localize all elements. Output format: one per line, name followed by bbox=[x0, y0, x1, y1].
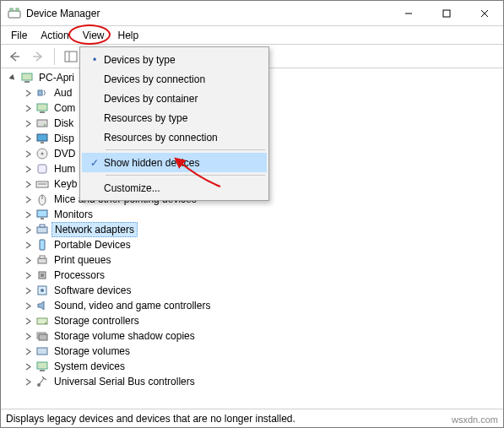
expander-icon[interactable] bbox=[23, 255, 33, 265]
menu-file[interactable]: File bbox=[4, 28, 34, 43]
expander-icon[interactable] bbox=[23, 316, 33, 326]
expander-icon[interactable] bbox=[23, 361, 33, 371]
svg-rect-44 bbox=[37, 348, 47, 355]
menu-item-label: Devices by type bbox=[104, 54, 176, 66]
close-button[interactable] bbox=[465, 1, 503, 25]
svg-rect-32 bbox=[40, 225, 45, 227]
svg-point-23 bbox=[41, 153, 44, 155]
dvd-icon bbox=[35, 147, 49, 160]
expander-icon[interactable] bbox=[23, 285, 33, 295]
tree-node[interactable]: Print queues bbox=[23, 252, 503, 268]
svg-rect-24 bbox=[38, 165, 46, 173]
menu-item[interactable]: •Devices by type bbox=[82, 50, 267, 69]
svg-rect-17 bbox=[40, 111, 45, 113]
expander-icon[interactable] bbox=[23, 194, 33, 204]
keyboard-icon bbox=[35, 177, 49, 191]
svg-rect-33 bbox=[40, 240, 45, 250]
menu-separator bbox=[106, 149, 265, 150]
computer-icon bbox=[20, 71, 34, 84]
menu-item-label: Devices by connection bbox=[104, 73, 205, 85]
menu-item[interactable]: Devices by connection bbox=[82, 69, 267, 89]
expander-icon[interactable] bbox=[23, 331, 33, 341]
svg-rect-35 bbox=[40, 256, 45, 258]
svg-rect-37 bbox=[41, 274, 44, 277]
svg-rect-21 bbox=[41, 142, 44, 144]
expander-icon[interactable] bbox=[23, 179, 33, 189]
tree-node-label: Sound, video and game controllers bbox=[51, 299, 213, 312]
toolbar-divider bbox=[54, 48, 55, 65]
storage-icon bbox=[35, 314, 49, 328]
app-icon bbox=[8, 7, 21, 20]
tree-node-label: Disk bbox=[51, 116, 76, 130]
expander-icon[interactable] bbox=[23, 301, 33, 311]
tree-node[interactable]: Processors bbox=[23, 268, 503, 283]
expander-icon[interactable] bbox=[23, 88, 33, 98]
software-icon bbox=[35, 284, 49, 297]
menu-item-label: Resources by type bbox=[104, 112, 187, 124]
tree-root-label: PC-Apri bbox=[36, 71, 77, 84]
network-icon bbox=[35, 223, 49, 236]
tree-node[interactable]: Monitors bbox=[23, 207, 503, 222]
menu-item[interactable]: Customize... bbox=[82, 178, 267, 198]
tree-node-label: Processors bbox=[51, 268, 107, 282]
tree-node-label: Com bbox=[51, 101, 78, 115]
svg-rect-29 bbox=[37, 210, 47, 217]
menu-item[interactable]: ✓Show hidden devices bbox=[82, 153, 267, 172]
minimize-button[interactable] bbox=[389, 1, 427, 25]
expander-icon[interactable] bbox=[23, 240, 33, 250]
expander-icon[interactable] bbox=[23, 149, 33, 159]
expander-icon[interactable] bbox=[23, 209, 33, 219]
menu-item[interactable]: Resources by type bbox=[82, 108, 267, 127]
forward-button[interactable] bbox=[28, 46, 48, 67]
computer-icon bbox=[35, 101, 49, 115]
audio-icon bbox=[35, 86, 49, 100]
svg-rect-16 bbox=[37, 104, 47, 111]
svg-rect-13 bbox=[22, 73, 32, 80]
expander-icon[interactable] bbox=[23, 164, 33, 174]
svg-rect-4 bbox=[443, 10, 450, 17]
tree-node-label: Storage volumes bbox=[51, 344, 133, 358]
svg-rect-30 bbox=[41, 218, 44, 219]
tree-node[interactable]: Storage controllers bbox=[23, 313, 503, 328]
status-bar: Displays legacy devices and devices that… bbox=[1, 409, 503, 427]
tree-node[interactable]: Storage volume shadow copies bbox=[23, 328, 503, 344]
usb-icon bbox=[35, 375, 49, 388]
tree-node-label: Monitors bbox=[51, 208, 95, 221]
back-button[interactable] bbox=[4, 46, 24, 67]
expander-icon[interactable] bbox=[23, 225, 33, 235]
menu-action[interactable]: Action bbox=[34, 28, 75, 43]
menu-view[interactable]: View bbox=[76, 28, 111, 43]
shadow-icon bbox=[35, 329, 49, 343]
menu-item[interactable]: Resources by connection bbox=[82, 127, 267, 147]
tree-node[interactable]: Software devices bbox=[23, 283, 503, 298]
tree-node[interactable]: Storage volumes bbox=[23, 344, 503, 359]
tree-node[interactable]: System devices bbox=[23, 359, 503, 374]
svg-rect-2 bbox=[16, 8, 19, 11]
show-hide-console-tree-button[interactable] bbox=[61, 46, 81, 67]
maximize-button[interactable] bbox=[427, 1, 465, 25]
menu-item-label: Resources by connection bbox=[104, 132, 218, 144]
expander-icon[interactable] bbox=[23, 346, 33, 356]
device-manager-window: Device Manager File Action View Help bbox=[0, 0, 504, 428]
expander-icon[interactable] bbox=[8, 73, 18, 83]
system-icon bbox=[35, 360, 49, 373]
cpu-icon bbox=[35, 268, 49, 282]
tree-node-label: Storage controllers bbox=[51, 314, 142, 328]
tree-node-label: Storage volume shadow copies bbox=[51, 329, 198, 343]
tree-node[interactable]: Portable Devices bbox=[23, 237, 503, 252]
expander-icon[interactable] bbox=[23, 270, 33, 280]
volume-icon bbox=[35, 344, 49, 358]
tree-node[interactable]: Network adapters bbox=[23, 222, 503, 237]
expander-icon[interactable] bbox=[23, 377, 33, 387]
menu-item-label: Show hidden devices bbox=[104, 157, 199, 169]
tree-node[interactable]: Universal Serial Bus controllers bbox=[23, 374, 503, 389]
menu-item[interactable]: Devices by container bbox=[82, 89, 267, 108]
hid-icon bbox=[35, 162, 49, 176]
menu-help[interactable]: Help bbox=[111, 28, 146, 43]
expander-icon[interactable] bbox=[23, 118, 33, 128]
svg-rect-45 bbox=[37, 362, 47, 369]
tree-node[interactable]: Sound, video and game controllers bbox=[23, 298, 503, 313]
svg-rect-14 bbox=[24, 81, 30, 83]
expander-icon[interactable] bbox=[23, 133, 33, 144]
expander-icon[interactable] bbox=[23, 103, 33, 113]
